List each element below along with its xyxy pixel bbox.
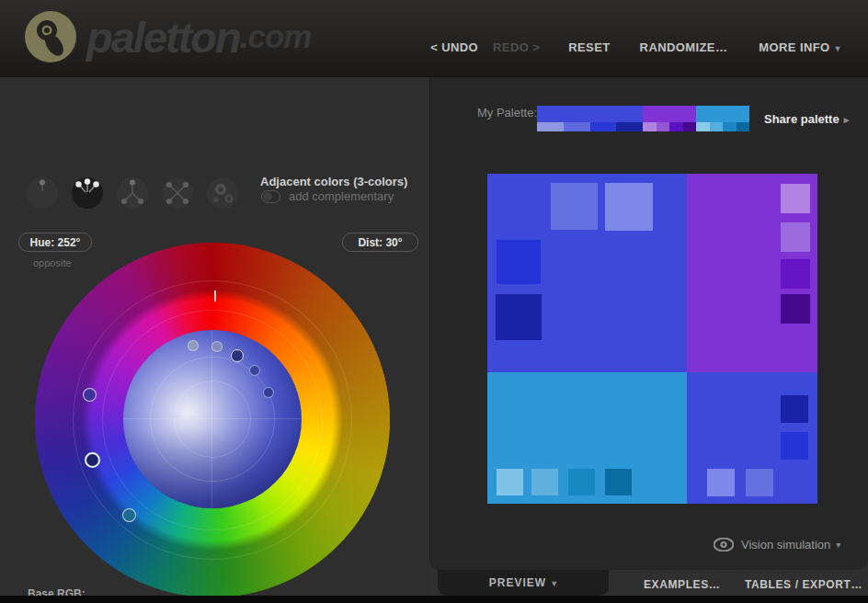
preview-panel: My Palette: [429,77,868,596]
palette-group-purple[interactable] [643,106,696,131]
palette-preview-grid[interactable] [487,174,817,504]
swatch[interactable] [781,259,810,289]
palette-swatch[interactable] [564,122,590,131]
palette-main-purple [643,106,696,122]
palette-group-blue[interactable] [537,106,643,131]
tab-tables-export[interactable]: TABLES / EXPORT… [745,578,862,591]
scheme-panel: Adjacent colors (3-colors) add complemen… [0,77,429,596]
ball-guide-line [123,418,302,419]
my-palette-label: My Palette: [477,106,537,119]
swatch[interactable] [497,240,541,284]
swatch[interactable] [605,183,653,231]
quadrant-cyan[interactable] [487,372,687,504]
scheme-freestyle-icon[interactable] [206,176,239,210]
vision-simulation-label: Vision simulation [741,538,830,552]
scheme-adjacent-icon-selected[interactable] [71,176,104,210]
footer-bar [0,596,868,603]
variation-dot-selected[interactable] [231,349,244,362]
swatch[interactable] [781,432,808,460]
swatch[interactable] [707,469,735,496]
swatch[interactable] [531,469,558,495]
logo-suffix: .com [240,18,312,55]
variation-dot[interactable] [249,365,260,376]
paletton-logo-icon [24,10,77,63]
logo-text: paletton [86,12,240,63]
ball-guide-line [211,330,212,508]
my-palette-strip[interactable] [537,106,749,131]
swatch[interactable] [605,469,632,495]
logo[interactable]: paletton.com [24,10,311,63]
quadrant-base-blue[interactable] [487,174,687,372]
undo-button[interactable]: < UNDO [430,40,478,54]
palette-main-blue [537,106,643,122]
hue-marker-base[interactable] [85,452,100,468]
palette-swatch[interactable] [723,122,737,131]
palette-swatch[interactable] [737,122,750,131]
swatch[interactable] [781,184,810,213]
scheme-title: Adjacent colors (3-colors) [260,175,407,188]
toggle-knob [263,192,272,201]
variation-dot[interactable] [263,387,274,398]
paletton-app: paletton.com < UNDO REDO > RESET RANDOMI… [0,0,868,603]
palette-swatch[interactable] [657,122,670,131]
swatch[interactable] [781,222,810,252]
variation-dot[interactable] [188,340,199,351]
swatch[interactable] [746,469,773,496]
palette-swatch[interactable] [537,122,564,131]
preview-content: My Palette: [429,77,868,570]
palette-swatch[interactable] [590,122,617,131]
scheme-triad-icon[interactable] [116,176,149,210]
eye-icon [714,538,734,552]
hue-marker-secondary-2[interactable] [122,508,136,522]
tab-preview[interactable]: PREVIEW▾ [438,570,609,596]
add-complementary-toggle[interactable] [261,190,280,203]
wheel-top-tick [214,290,216,302]
header-menu: < UNDO REDO > RESET RANDOMIZE… MORE INFO… [430,40,840,54]
scheme-tetrad-icon[interactable] [161,176,194,210]
add-complementary-toggle-row[interactable]: add complementary [261,189,394,203]
scheme-type-selector [26,176,251,210]
palette-swatch[interactable] [696,122,710,131]
quadrant-blue-2[interactable] [687,372,817,504]
swatch[interactable] [781,294,810,324]
variation-dot[interactable] [211,341,223,352]
share-palette-link[interactable]: Share palette▸ [764,112,849,126]
palette-swatch[interactable] [669,122,683,131]
palette-swatch[interactable] [710,122,724,131]
arrow-right-icon: ▸ [844,114,850,125]
saturation-brightness-ball[interactable] [123,330,302,508]
palette-swatch[interactable] [643,122,657,131]
color-wheel[interactable] [35,243,390,597]
swatch[interactable] [568,469,595,495]
more-info-button[interactable]: MORE INFO▾ [759,40,840,54]
palette-main-cyan [696,106,749,122]
chevron-down-icon: ▾ [552,578,557,588]
swatch[interactable] [496,294,542,340]
reset-button[interactable]: RESET [568,40,610,54]
palette-swatch[interactable] [683,122,697,131]
randomize-button[interactable]: RANDOMIZE… [640,40,728,54]
add-complementary-label: add complementary [289,189,394,203]
scheme-monochromatic-icon[interactable] [26,176,59,210]
palette-group-cyan[interactable] [696,106,749,131]
swatch[interactable] [497,469,523,495]
palette-swatch[interactable] [616,122,643,131]
swatch[interactable] [781,395,808,423]
swatch[interactable] [551,183,598,230]
chevron-down-icon: ▾ [836,43,840,53]
vision-simulation-control[interactable]: Vision simulation ▾ [714,538,840,552]
quadrant-purple[interactable] [687,174,817,372]
redo-button[interactable]: REDO > [493,40,540,54]
tab-examples[interactable]: EXAMPLES… [644,578,720,591]
hue-marker-secondary-1[interactable] [83,388,97,402]
header: paletton.com < UNDO REDO > RESET RANDOMI… [0,0,868,77]
chevron-down-icon: ▾ [836,540,840,550]
